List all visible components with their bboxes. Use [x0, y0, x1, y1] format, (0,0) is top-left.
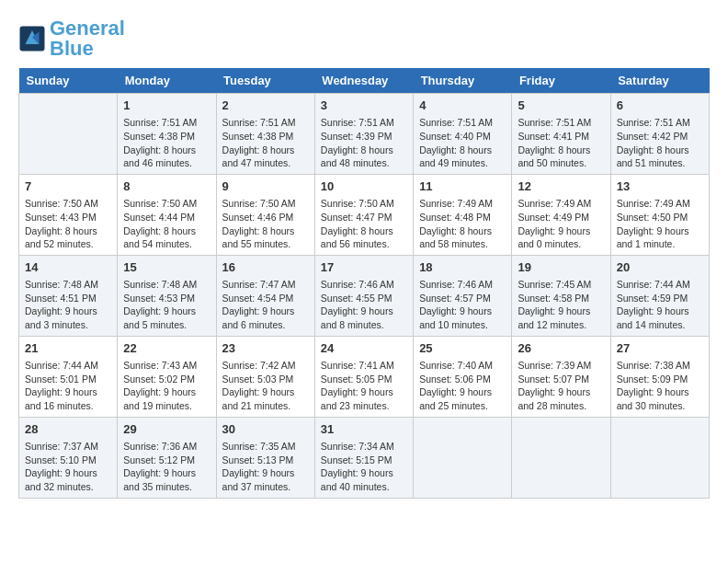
calendar-week-3: 14Sunrise: 7:48 AMSunset: 4:51 PMDayligh… — [19, 255, 710, 336]
calendar-cell: 1Sunrise: 7:51 AMSunset: 4:38 PMDaylight… — [118, 94, 216, 175]
calendar-cell — [512, 417, 610, 498]
calendar-cell: 25Sunrise: 7:40 AMSunset: 5:06 PMDayligh… — [414, 336, 512, 417]
day-number: 28 — [25, 421, 111, 438]
day-number: 1 — [123, 98, 210, 114]
day-info: Sunrise: 7:48 AMSunset: 4:51 PMDaylight:… — [25, 278, 111, 332]
calendar-cell: 19Sunrise: 7:45 AMSunset: 4:58 PMDayligh… — [512, 255, 610, 336]
day-info: Sunrise: 7:50 AMSunset: 4:47 PMDaylight:… — [321, 197, 407, 251]
calendar-cell: 13Sunrise: 7:49 AMSunset: 4:50 PMDayligh… — [610, 174, 709, 255]
day-info: Sunrise: 7:48 AMSunset: 4:53 PMDaylight:… — [123, 278, 210, 332]
calendar-cell: 22Sunrise: 7:43 AMSunset: 5:02 PMDayligh… — [118, 336, 216, 417]
calendar-cell: 7Sunrise: 7:50 AMSunset: 4:43 PMDaylight… — [19, 174, 118, 255]
day-number: 7 — [25, 178, 111, 195]
day-info: Sunrise: 7:38 AMSunset: 5:09 PMDaylight:… — [617, 359, 703, 413]
day-number: 10 — [321, 178, 407, 195]
calendar-cell: 3Sunrise: 7:51 AMSunset: 4:39 PMDaylight… — [314, 94, 413, 175]
day-info: Sunrise: 7:44 AMSunset: 4:59 PMDaylight:… — [617, 278, 703, 332]
logo-icon — [18, 25, 46, 52]
weekday-header-friday: Friday — [512, 68, 610, 94]
day-number: 4 — [419, 98, 506, 114]
day-info: Sunrise: 7:46 AMSunset: 4:55 PMDaylight:… — [321, 278, 407, 332]
calendar-cell: 17Sunrise: 7:46 AMSunset: 4:55 PMDayligh… — [314, 255, 413, 336]
day-number: 11 — [419, 178, 506, 195]
calendar-week-2: 7Sunrise: 7:50 AMSunset: 4:43 PMDaylight… — [19, 174, 710, 255]
weekday-header-wednesday: Wednesday — [314, 68, 413, 94]
day-number: 23 — [222, 340, 309, 357]
day-info: Sunrise: 7:37 AMSunset: 5:10 PMDaylight:… — [25, 440, 111, 494]
weekday-header-monday: Monday — [118, 68, 216, 94]
calendar-cell: 29Sunrise: 7:36 AMSunset: 5:12 PMDayligh… — [118, 417, 216, 498]
weekday-header-row: SundayMondayTuesdayWednesdayThursdayFrid… — [19, 68, 710, 94]
day-number: 22 — [123, 340, 210, 357]
day-info: Sunrise: 7:51 AMSunset: 4:40 PMDaylight:… — [419, 116, 506, 170]
page-header: GeneralBlue — [18, 18, 710, 59]
calendar-cell — [19, 94, 118, 175]
day-number: 20 — [617, 259, 703, 276]
day-number: 12 — [518, 178, 604, 195]
day-info: Sunrise: 7:43 AMSunset: 5:02 PMDaylight:… — [123, 359, 210, 413]
calendar-cell: 4Sunrise: 7:51 AMSunset: 4:40 PMDaylight… — [414, 94, 512, 175]
day-info: Sunrise: 7:39 AMSunset: 5:07 PMDaylight:… — [518, 359, 604, 413]
day-info: Sunrise: 7:41 AMSunset: 5:05 PMDaylight:… — [321, 359, 407, 413]
day-info: Sunrise: 7:34 AMSunset: 5:15 PMDaylight:… — [321, 440, 407, 494]
logo: GeneralBlue — [18, 18, 125, 59]
day-info: Sunrise: 7:51 AMSunset: 4:42 PMDaylight:… — [617, 116, 703, 170]
weekday-header-thursday: Thursday — [414, 68, 512, 94]
day-info: Sunrise: 7:42 AMSunset: 5:03 PMDaylight:… — [222, 359, 309, 413]
calendar-cell: 10Sunrise: 7:50 AMSunset: 4:47 PMDayligh… — [314, 174, 413, 255]
day-number: 31 — [321, 421, 407, 438]
calendar-cell: 28Sunrise: 7:37 AMSunset: 5:10 PMDayligh… — [19, 417, 118, 498]
calendar-cell: 18Sunrise: 7:46 AMSunset: 4:57 PMDayligh… — [414, 255, 512, 336]
day-number: 6 — [617, 98, 703, 114]
day-number: 26 — [518, 340, 604, 357]
day-info: Sunrise: 7:50 AMSunset: 4:46 PMDaylight:… — [222, 197, 309, 251]
calendar-cell: 11Sunrise: 7:49 AMSunset: 4:48 PMDayligh… — [414, 174, 512, 255]
calendar-week-5: 28Sunrise: 7:37 AMSunset: 5:10 PMDayligh… — [19, 417, 710, 498]
day-info: Sunrise: 7:50 AMSunset: 4:44 PMDaylight:… — [123, 197, 210, 251]
day-info: Sunrise: 7:51 AMSunset: 4:38 PMDaylight:… — [123, 116, 210, 170]
day-info: Sunrise: 7:51 AMSunset: 4:39 PMDaylight:… — [321, 116, 407, 170]
day-info: Sunrise: 7:49 AMSunset: 4:49 PMDaylight:… — [518, 197, 604, 251]
day-number: 16 — [222, 259, 309, 276]
calendar-cell: 31Sunrise: 7:34 AMSunset: 5:15 PMDayligh… — [314, 417, 413, 498]
weekday-header-sunday: Sunday — [19, 68, 118, 94]
logo-text: GeneralBlue — [50, 18, 125, 59]
day-number: 21 — [25, 340, 111, 357]
day-info: Sunrise: 7:46 AMSunset: 4:57 PMDaylight:… — [419, 278, 506, 332]
day-number: 25 — [419, 340, 506, 357]
day-number: 2 — [222, 98, 309, 114]
day-number: 29 — [123, 421, 210, 438]
calendar-cell: 26Sunrise: 7:39 AMSunset: 5:07 PMDayligh… — [512, 336, 610, 417]
day-number: 13 — [617, 178, 703, 195]
day-number: 24 — [321, 340, 407, 357]
day-info: Sunrise: 7:40 AMSunset: 5:06 PMDaylight:… — [419, 359, 506, 413]
day-info: Sunrise: 7:50 AMSunset: 4:43 PMDaylight:… — [25, 197, 111, 251]
calendar-table: SundayMondayTuesdayWednesdayThursdayFrid… — [18, 68, 710, 499]
calendar-week-4: 21Sunrise: 7:44 AMSunset: 5:01 PMDayligh… — [19, 336, 710, 417]
day-info: Sunrise: 7:36 AMSunset: 5:12 PMDaylight:… — [123, 440, 210, 494]
day-info: Sunrise: 7:45 AMSunset: 4:58 PMDaylight:… — [518, 278, 604, 332]
day-number: 19 — [518, 259, 604, 276]
calendar-cell: 30Sunrise: 7:35 AMSunset: 5:13 PMDayligh… — [216, 417, 314, 498]
day-number: 17 — [321, 259, 407, 276]
day-number: 27 — [617, 340, 703, 357]
day-info: Sunrise: 7:44 AMSunset: 5:01 PMDaylight:… — [25, 359, 111, 413]
day-info: Sunrise: 7:35 AMSunset: 5:13 PMDaylight:… — [222, 440, 309, 494]
calendar-body: 1Sunrise: 7:51 AMSunset: 4:38 PMDaylight… — [19, 94, 710, 499]
day-number: 30 — [222, 421, 309, 438]
day-number: 18 — [419, 259, 506, 276]
day-info: Sunrise: 7:51 AMSunset: 4:41 PMDaylight:… — [518, 116, 604, 170]
day-number: 3 — [321, 98, 407, 114]
calendar-week-1: 1Sunrise: 7:51 AMSunset: 4:38 PMDaylight… — [19, 94, 710, 175]
calendar-cell: 12Sunrise: 7:49 AMSunset: 4:49 PMDayligh… — [512, 174, 610, 255]
day-number: 8 — [123, 178, 210, 195]
calendar-cell: 8Sunrise: 7:50 AMSunset: 4:44 PMDaylight… — [118, 174, 216, 255]
calendar-cell: 9Sunrise: 7:50 AMSunset: 4:46 PMDaylight… — [216, 174, 314, 255]
weekday-header-tuesday: Tuesday — [216, 68, 314, 94]
calendar-cell — [414, 417, 512, 498]
weekday-header-saturday: Saturday — [610, 68, 709, 94]
calendar-cell: 14Sunrise: 7:48 AMSunset: 4:51 PMDayligh… — [19, 255, 118, 336]
day-number: 14 — [25, 259, 111, 276]
calendar-cell: 27Sunrise: 7:38 AMSunset: 5:09 PMDayligh… — [610, 336, 709, 417]
calendar-cell: 20Sunrise: 7:44 AMSunset: 4:59 PMDayligh… — [610, 255, 709, 336]
